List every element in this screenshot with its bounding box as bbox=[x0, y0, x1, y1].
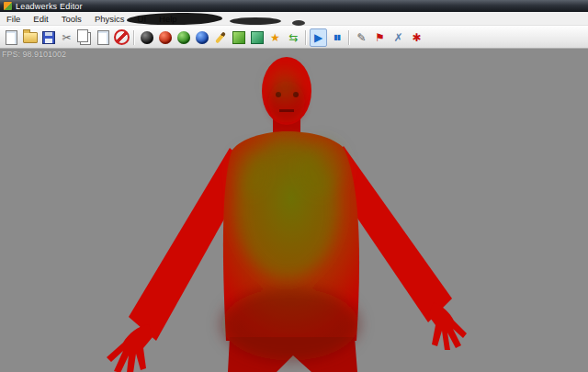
material-sphere-green-icon[interactable] bbox=[175, 28, 192, 47]
menubar: FileEditToolsPhysicsUIHelp bbox=[0, 12, 588, 26]
material-sphere-red-icon[interactable] bbox=[156, 28, 174, 47]
save-icon[interactable] bbox=[40, 28, 57, 47]
right-hand bbox=[428, 302, 467, 350]
cut-icon[interactable]: ✂ bbox=[58, 28, 75, 47]
material-sphere-blue-icon[interactable] bbox=[193, 28, 210, 47]
mouth bbox=[279, 109, 294, 112]
menu-file[interactable]: File bbox=[0, 13, 27, 25]
play-button-icon[interactable]: ▶ bbox=[310, 28, 327, 47]
star-icon[interactable]: ★ bbox=[266, 28, 284, 47]
toolbar-separator bbox=[348, 30, 350, 45]
paste-icon[interactable] bbox=[95, 28, 112, 47]
open-file-icon[interactable] bbox=[21, 28, 39, 47]
menu-help[interactable]: Help bbox=[153, 13, 184, 25]
toolbar-separator bbox=[133, 30, 135, 45]
app-icon bbox=[4, 2, 12, 10]
pause-button-icon[interactable]: ▮▮ bbox=[328, 28, 345, 47]
menu-tools[interactable]: Tools bbox=[55, 13, 88, 25]
toolbar: ✂★⇆▶▮▮✎⚑✗✱ bbox=[0, 26, 588, 49]
delete-icon[interactable] bbox=[113, 28, 130, 47]
app-window: Leadwerks Editor FileEditToolsPhysicsUIH… bbox=[0, 0, 588, 372]
character-render bbox=[0, 49, 588, 372]
prefab-cube-green-icon[interactable] bbox=[248, 28, 266, 47]
swap-arrows-icon[interactable]: ⇆ bbox=[285, 28, 302, 47]
model-cube-green-icon[interactable] bbox=[230, 28, 247, 47]
new-file-icon[interactable] bbox=[3, 28, 20, 47]
titlebar: Leadwerks Editor bbox=[0, 0, 588, 12]
asterisk-red-icon[interactable]: ✱ bbox=[408, 28, 425, 47]
brush-icon[interactable] bbox=[211, 28, 229, 47]
viewport-3d[interactable]: FPS: 98.9101002 bbox=[0, 49, 588, 372]
menu-physics[interactable]: Physics bbox=[88, 13, 131, 25]
toolbar-separator bbox=[305, 30, 307, 45]
menu-ui[interactable]: UI bbox=[131, 13, 153, 25]
left-hand bbox=[107, 324, 153, 372]
material-sphere-black-icon[interactable] bbox=[138, 28, 155, 47]
pencil-icon[interactable]: ✎ bbox=[353, 28, 370, 47]
fps-counter: FPS: 98.9101002 bbox=[2, 50, 66, 59]
menu-edit[interactable]: Edit bbox=[27, 13, 54, 25]
window-title: Leadwerks Editor bbox=[16, 2, 83, 11]
copy-icon[interactable] bbox=[76, 28, 94, 47]
close-x-icon[interactable]: ✗ bbox=[390, 28, 407, 47]
flag-red-icon[interactable]: ⚑ bbox=[371, 28, 389, 47]
